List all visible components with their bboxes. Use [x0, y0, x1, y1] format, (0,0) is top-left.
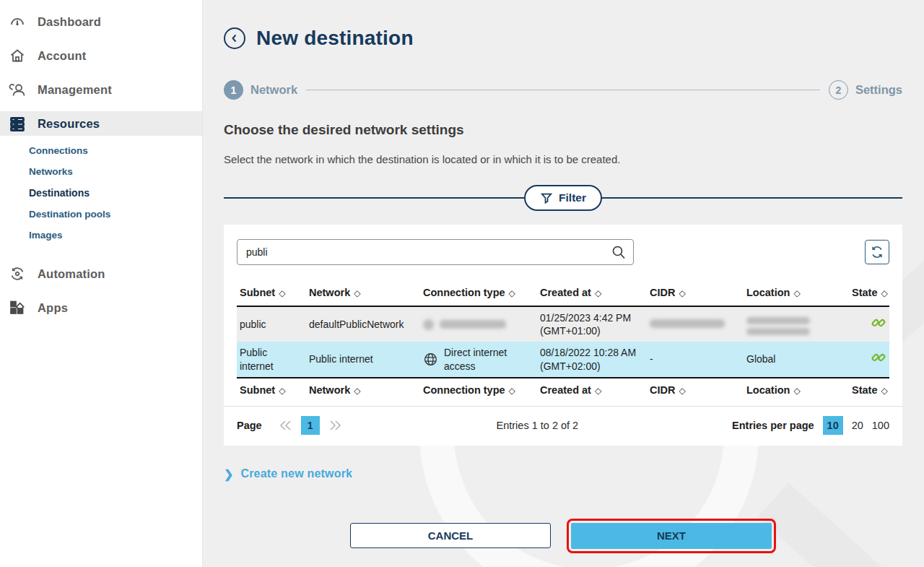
chevron-right-icon: ❯ — [224, 467, 233, 481]
col-location: Location — [746, 287, 790, 298]
sort-icon[interactable]: ◇ — [354, 386, 360, 396]
sidebar: Dashboard Account Management Resources — [0, 0, 203, 567]
redacted-value — [440, 320, 506, 329]
sort-icon[interactable]: ◇ — [509, 386, 515, 396]
sort-icon[interactable]: ◇ — [509, 288, 515, 298]
per-page-option-10[interactable]: 10 — [823, 416, 843, 435]
sidebar-item-management[interactable]: Management — [0, 77, 202, 102]
sidebar-item-label: Management — [38, 83, 112, 97]
apps-icon — [9, 299, 26, 316]
link-icon — [871, 315, 886, 331]
automation-icon — [9, 265, 26, 282]
sidebar-item-destination-pools[interactable]: Destination pools — [0, 204, 202, 225]
sidebar-item-label: Resources — [38, 117, 100, 131]
per-page-option-20[interactable]: 20 — [852, 420, 863, 431]
col-cidr: CIDR — [650, 384, 675, 396]
table-row-public-internet[interactable]: Public internet Public internet Direct i… — [237, 342, 889, 377]
sort-icon[interactable]: ◇ — [679, 386, 685, 396]
section-description: Select the network in which the destinat… — [224, 153, 902, 165]
redacted-value — [746, 317, 810, 324]
step-2-label: Settings — [855, 83, 902, 97]
col-connection-type: Connection type — [423, 287, 505, 298]
cell-network: defaultPublicNetwork — [306, 306, 420, 342]
create-new-network-link[interactable]: ❯ Create new network — [224, 467, 352, 481]
sidebar-item-apps[interactable]: Apps — [0, 295, 202, 320]
sidebar-item-label: Apps — [38, 301, 68, 315]
cell-connection-type: Direct internet access — [420, 342, 537, 377]
cell-cidr: - — [647, 342, 744, 377]
per-page-option-100[interactable]: 100 — [872, 420, 889, 431]
footer-actions: CANCEL NEXT — [224, 519, 902, 553]
sort-icon[interactable]: ◇ — [881, 288, 887, 298]
sort-icon[interactable]: ◇ — [595, 386, 601, 396]
search-row — [237, 239, 889, 265]
house-icon — [9, 47, 26, 64]
col-created-at: Created at — [540, 287, 591, 298]
col-state: State — [852, 287, 877, 298]
sidebar-item-label: Automation — [38, 267, 105, 281]
filter-divider: Filter — [224, 185, 902, 211]
cell-subnet: Public internet — [237, 342, 306, 377]
cell-created-at: 01/25/2023 4:42 PM (GMT+01:00) — [537, 306, 647, 342]
table-row-public[interactable]: public defaultPublicNetwork 01/25/2023 4… — [237, 306, 889, 342]
sort-icon[interactable]: ◇ — [679, 288, 685, 298]
main-content: New destination 1 Network 2 Settings Cho… — [203, 0, 924, 567]
sidebar-item-resources[interactable]: Resources — [0, 111, 202, 136]
cell-connection-type-redacted — [420, 306, 537, 342]
col-subnet: Subnet — [240, 287, 275, 298]
col-cidr: CIDR — [650, 287, 675, 298]
table-footer-header-row: Subnet◇ Network◇ Connection type◇ Create… — [237, 378, 889, 403]
redacted-icon — [423, 319, 434, 330]
funnel-icon — [540, 191, 553, 204]
sort-icon[interactable]: ◇ — [793, 288, 800, 298]
sidebar-item-dashboard[interactable]: Dashboard — [0, 9, 202, 34]
sidebar-item-account[interactable]: Account — [0, 43, 202, 68]
page-number-button[interactable]: 1 — [301, 416, 320, 435]
sidebar-item-connections[interactable]: Connections — [0, 140, 202, 161]
cell-cidr-redacted — [647, 306, 744, 342]
col-state: State — [852, 384, 877, 396]
redacted-value — [650, 319, 725, 328]
step-1-circle: 1 — [224, 80, 243, 100]
last-page-icon[interactable] — [327, 419, 343, 432]
networks-table: Subnet◇ Network◇ Connection type◇ Create… — [237, 281, 889, 403]
filter-label: Filter — [559, 191, 586, 204]
cell-created-at: 08/18/2022 10:28 AM (GMT+02:00) — [537, 342, 647, 377]
next-button[interactable]: NEXT — [571, 523, 772, 549]
sort-icon[interactable]: ◇ — [881, 386, 887, 396]
cell-location: Global — [744, 342, 849, 377]
cell-state — [849, 306, 889, 342]
sidebar-item-automation[interactable]: Automation — [0, 261, 202, 286]
col-connection-type: Connection type — [423, 384, 505, 396]
sort-icon[interactable]: ◇ — [793, 386, 800, 396]
redacted-value — [746, 328, 810, 335]
first-page-icon[interactable] — [278, 419, 294, 432]
search-icon[interactable] — [611, 244, 627, 260]
col-network: Network — [309, 287, 350, 298]
pagination-bar: Page 1 Entries 1 to 2 of 2 Entries per p… — [237, 407, 889, 446]
servers-icon — [9, 115, 26, 132]
sort-icon[interactable]: ◇ — [279, 386, 285, 396]
search-input[interactable] — [237, 239, 634, 265]
section-heading: Choose the desired network settings — [224, 122, 902, 138]
col-network: Network — [309, 384, 350, 396]
page-header: New destination — [224, 0, 902, 50]
sidebar-item-destinations[interactable]: Destinations — [0, 182, 202, 204]
step-2-circle: 2 — [829, 80, 848, 100]
refresh-button[interactable] — [865, 240, 889, 264]
table-header-row: Subnet◇ Network◇ Connection type◇ Create… — [237, 281, 889, 306]
page-title: New destination — [256, 27, 414, 50]
globe-icon — [423, 352, 438, 367]
sort-icon[interactable]: ◇ — [279, 288, 285, 298]
cell-state — [849, 342, 889, 377]
back-button[interactable] — [224, 27, 245, 49]
filter-button[interactable]: Filter — [524, 185, 602, 211]
col-created-at: Created at — [540, 384, 591, 396]
sort-icon[interactable]: ◇ — [595, 288, 601, 298]
sidebar-item-label: Dashboard — [38, 15, 101, 29]
cell-network: Public internet — [306, 342, 420, 377]
cancel-button[interactable]: CANCEL — [350, 523, 551, 548]
sidebar-item-images[interactable]: Images — [0, 225, 202, 246]
sidebar-item-networks[interactable]: Networks — [0, 161, 202, 182]
sort-icon[interactable]: ◇ — [354, 288, 360, 298]
